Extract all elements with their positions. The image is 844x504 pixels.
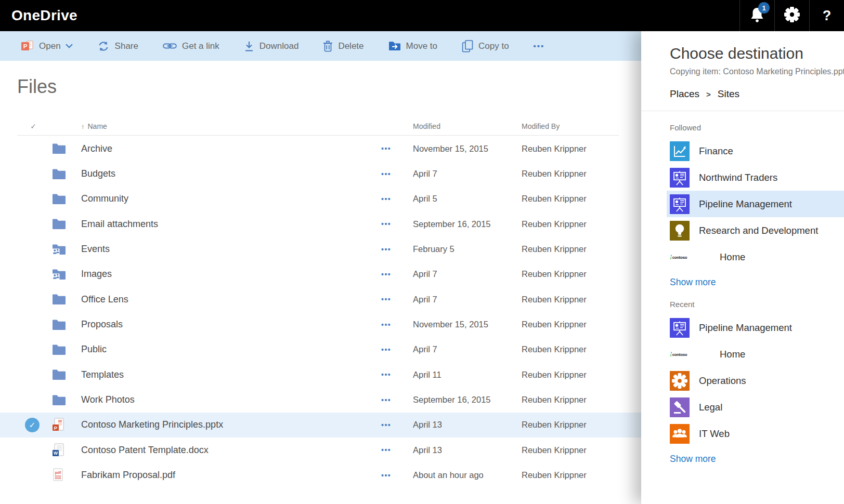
file-name[interactable]: Proposals bbox=[81, 319, 381, 330]
destination-item-operations[interactable]: Operations bbox=[670, 367, 844, 394]
open-button[interactable]: POpen bbox=[21, 40, 73, 52]
destination-item-legal[interactable]: Legal bbox=[670, 394, 844, 420]
copying-item-text: Copying item: Contoso Marketing Principl… bbox=[670, 67, 844, 76]
gavel-icon bbox=[670, 397, 690, 417]
table-row[interactable]: Work Photos•••September 16, 2015Reuben K… bbox=[0, 387, 641, 412]
table-row[interactable]: Public•••April 7Reuben Krippner bbox=[0, 337, 641, 362]
file-pptx-icon: P bbox=[47, 418, 81, 432]
table-row[interactable]: Office Lens•••April 7Reuben Krippner bbox=[0, 287, 641, 312]
row-menu-button[interactable]: ••• bbox=[381, 396, 397, 404]
notifications-button[interactable]: 1 bbox=[739, 0, 774, 31]
file-name[interactable]: Budgets bbox=[81, 168, 381, 179]
copy-to-icon bbox=[462, 40, 473, 52]
copy-to-button[interactable]: Copy to bbox=[462, 40, 509, 52]
destination-label: Home bbox=[720, 349, 745, 360]
file-name[interactable]: Events bbox=[81, 244, 381, 255]
download-button[interactable]: Download bbox=[244, 41, 299, 52]
breadcrumb-places[interactable]: Places bbox=[670, 88, 699, 100]
row-menu-button[interactable]: ••• bbox=[381, 295, 397, 303]
row-menu-button[interactable]: ••• bbox=[381, 321, 397, 329]
toolbar-item-label: Delete bbox=[338, 41, 363, 51]
toolbar-item-label: Share bbox=[115, 41, 138, 51]
destination-item-finance[interactable]: Finance bbox=[670, 138, 844, 164]
selected-check-icon[interactable]: ✓ bbox=[25, 418, 40, 432]
move-to-button[interactable]: Move to bbox=[388, 41, 437, 51]
destination-item-pipeline-management[interactable]: Pipeline Management bbox=[667, 191, 844, 217]
settings-button[interactable] bbox=[774, 0, 809, 31]
get-a-link-button[interactable]: Get a link bbox=[163, 41, 219, 51]
file-name[interactable]: Archive bbox=[81, 143, 381, 154]
folder-shared-icon bbox=[47, 244, 81, 255]
file-name[interactable]: Templates bbox=[81, 369, 381, 380]
file-name[interactable]: Email attachments bbox=[81, 219, 381, 230]
destination-item-home[interactable]: contosoHome bbox=[670, 244, 844, 270]
destination-label: Operations bbox=[699, 375, 746, 387]
row-menu-button[interactable]: ••• bbox=[381, 245, 397, 254]
modified-by: Reuben Krippner bbox=[522, 370, 641, 380]
chevron-down-icon bbox=[66, 44, 73, 48]
destination-label: Northwind Traders bbox=[699, 172, 777, 183]
destination-list: FinanceNorthwind TradersPipeline Managem… bbox=[670, 138, 844, 270]
row-menu-button[interactable]: ••• bbox=[381, 471, 397, 480]
column-header-modified-by[interactable]: Modified By bbox=[522, 122, 641, 130]
row-menu-button[interactable]: ••• bbox=[381, 446, 397, 454]
modified-date: April 7 bbox=[413, 269, 522, 279]
table-row[interactable]: WContoso Patent Template.docx•••April 13… bbox=[0, 437, 641, 462]
folder-icon bbox=[47, 218, 81, 230]
row-menu-button[interactable]: ••• bbox=[381, 220, 397, 228]
move-to-icon bbox=[388, 41, 401, 51]
toolbar-item-label: Open bbox=[39, 41, 61, 51]
destination-item-it-web[interactable]: IT Web bbox=[670, 420, 844, 447]
file-name[interactable]: Community bbox=[81, 193, 381, 204]
modified-by: Reuben Krippner bbox=[522, 420, 641, 430]
table-row[interactable]: Email attachments•••September 16, 2015Re… bbox=[0, 211, 641, 236]
table-row[interactable]: ✓PContoso Marketing Principles.pptx•••Ap… bbox=[0, 413, 641, 437]
destination-item-research-and-development[interactable]: Research and Development bbox=[670, 217, 844, 244]
section-label: Followed bbox=[670, 123, 844, 132]
destination-label: Home bbox=[720, 251, 745, 263]
table-row[interactable]: Events•••February 5Reuben Krippner bbox=[0, 236, 641, 261]
app-title: OneDrive bbox=[11, 7, 77, 24]
delete-button[interactable]: Delete bbox=[323, 40, 363, 52]
show-more-link[interactable]: Show more bbox=[670, 454, 716, 465]
row-menu-button[interactable]: ••• bbox=[381, 370, 397, 379]
table-row[interactable]: pdfFabrikam Proposal.pdf•••About an hour… bbox=[0, 462, 641, 487]
select-all-checkbox[interactable]: ✓ bbox=[0, 122, 47, 130]
more-commands-button[interactable]: ••• bbox=[534, 42, 545, 50]
row-menu-button[interactable]: ••• bbox=[381, 144, 397, 153]
row-menu-button[interactable]: ••• bbox=[381, 195, 397, 203]
powerpoint-icon: P bbox=[21, 40, 34, 52]
table-row[interactable]: Proposals•••November 15, 2015Reuben Krip… bbox=[0, 312, 641, 337]
row-menu-button[interactable]: ••• bbox=[381, 170, 397, 178]
svg-text:contoso: contoso bbox=[672, 255, 687, 259]
file-name[interactable]: Images bbox=[81, 269, 381, 280]
destination-label: Pipeline Management bbox=[699, 198, 792, 210]
destination-item-home[interactable]: contosoHome bbox=[670, 341, 844, 367]
row-menu-button[interactable]: ••• bbox=[381, 421, 397, 429]
breadcrumb-sites[interactable]: Sites bbox=[718, 88, 739, 100]
file-name[interactable]: Contoso Patent Template.docx bbox=[81, 445, 381, 456]
column-header-name[interactable]: ↑Name bbox=[81, 122, 381, 130]
table-row[interactable]: Templates•••April 11Reuben Krippner bbox=[0, 362, 641, 387]
row-menu-button[interactable]: ••• bbox=[381, 346, 397, 354]
destination-item-pipeline-management[interactable]: Pipeline Management bbox=[670, 314, 844, 341]
table-row[interactable]: Community•••April 5Reuben Krippner bbox=[0, 187, 641, 211]
table-row[interactable]: Budgets•••April 7Reuben Krippner bbox=[0, 161, 641, 186]
file-name[interactable]: Office Lens bbox=[81, 294, 381, 305]
destination-item-northwind-traders[interactable]: Northwind Traders bbox=[670, 164, 844, 191]
file-name[interactable]: Contoso Marketing Principles.pptx bbox=[81, 419, 381, 430]
help-button[interactable]: ? bbox=[809, 0, 844, 31]
table-row[interactable]: Images•••April 7Reuben Krippner bbox=[0, 262, 641, 287]
show-more-link[interactable]: Show more bbox=[670, 277, 716, 288]
chart-icon bbox=[670, 141, 690, 161]
file-name[interactable]: Public bbox=[81, 344, 381, 355]
file-name[interactable]: Fabrikam Proposal.pdf bbox=[81, 470, 381, 481]
column-header-modified[interactable]: Modified bbox=[413, 122, 522, 130]
row-menu-button[interactable]: ••• bbox=[381, 270, 397, 278]
share-button[interactable]: Share bbox=[97, 40, 138, 52]
file-name[interactable]: Work Photos bbox=[81, 394, 381, 405]
panel-title: Choose destination bbox=[670, 45, 844, 62]
svg-text:contoso: contoso bbox=[672, 352, 687, 356]
table-row[interactable]: Archive•••November 15, 2015Reuben Krippn… bbox=[0, 136, 641, 161]
sort-ascending-icon: ↑ bbox=[81, 123, 85, 130]
